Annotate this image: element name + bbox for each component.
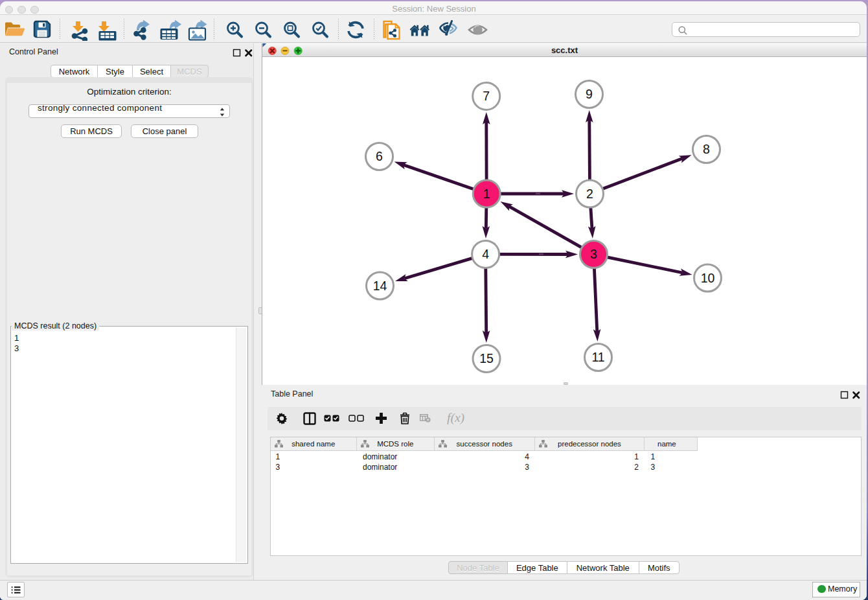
svg-text:4: 4 <box>482 247 489 261</box>
svg-text:14: 14 <box>373 279 387 293</box>
svg-text:7: 7 <box>483 89 490 103</box>
svg-text:6: 6 <box>376 149 383 163</box>
svg-text:10: 10 <box>701 271 715 285</box>
svg-text:15: 15 <box>479 351 494 365</box>
svg-text:9: 9 <box>586 87 593 101</box>
svg-text:2: 2 <box>586 187 593 201</box>
svg-text:1: 1 <box>483 187 490 201</box>
svg-text:3: 3 <box>590 247 597 261</box>
svg-text:8: 8 <box>703 142 710 156</box>
svg-text:11: 11 <box>591 350 604 364</box>
